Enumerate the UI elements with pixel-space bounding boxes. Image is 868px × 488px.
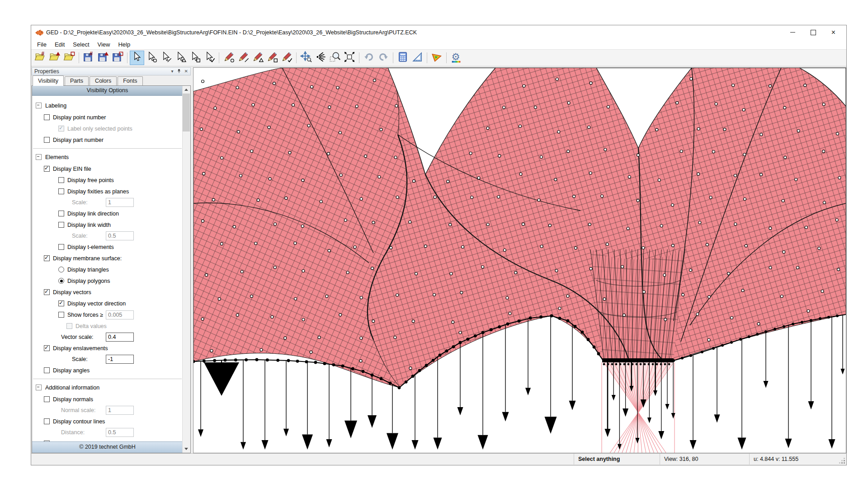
show-forces-checkbox[interactable] — [58, 312, 64, 318]
zoom-dynamic-tool[interactable] — [314, 51, 327, 65]
redo-icon — [377, 51, 389, 65]
measure-button[interactable] — [410, 51, 424, 65]
undo-icon — [363, 51, 375, 65]
pencil-check-icon — [281, 51, 292, 65]
draw-apply-tool[interactable] — [280, 51, 293, 65]
zoom-extents-tool[interactable] — [343, 51, 356, 65]
select-points-tool[interactable] — [145, 51, 158, 65]
display-free-points-label: Display free points — [67, 177, 114, 183]
properties-panel: Properties ▾ ✕ VisibilityPartsColorsFont… — [32, 67, 191, 453]
display-contour-lines-checkbox[interactable] — [44, 418, 50, 424]
zoom-window-tool[interactable] — [328, 51, 342, 65]
scale-input — [106, 231, 134, 240]
display-free-points-checkbox[interactable] — [58, 177, 64, 183]
display-fixities-as-planes-row: Display fixities as planes — [32, 186, 183, 197]
scrollbar-thumb[interactable] — [183, 94, 190, 131]
display-polygons-radio[interactable] — [58, 278, 64, 284]
vector-scale-label: Vector scale: — [61, 334, 94, 340]
minimize-button[interactable] — [783, 25, 803, 39]
display-ein-file-checkbox[interactable] — [44, 166, 50, 172]
collapse-toggle-icon[interactable] — [36, 385, 42, 390]
panel-pin-icon[interactable] — [177, 69, 181, 74]
draw-quads-tool[interactable] — [265, 51, 279, 65]
panel-close-icon[interactable]: ✕ — [184, 69, 188, 74]
viewport[interactable] — [193, 67, 846, 453]
draw-points-tool[interactable] — [222, 51, 236, 65]
select-triangles-tool[interactable] — [174, 51, 187, 65]
panel-tabs: VisibilityPartsColorsFonts — [32, 75, 191, 85]
pencil-circ-icon — [223, 51, 235, 65]
display-part-number-label: Display part number — [53, 137, 104, 143]
open-square-file[interactable] — [62, 51, 76, 65]
visibility-options-header: Visibility Options — [32, 86, 183, 96]
open-ein-file[interactable]: # — [33, 51, 47, 65]
panel-body: Visibility Options LabelingDisplay point… — [32, 85, 191, 453]
select-apply-tool[interactable] — [203, 51, 216, 65]
draw-lines-tool[interactable] — [236, 51, 250, 65]
display-triangles-radio[interactable] — [58, 267, 64, 272]
select-quads-tool[interactable] — [188, 51, 202, 65]
scale-input — [106, 198, 134, 207]
tab-colors[interactable]: Colors — [90, 76, 117, 85]
undo-button[interactable] — [362, 51, 376, 65]
settings-button[interactable]: ⚙ — [449, 51, 463, 65]
menu-select[interactable]: Select — [69, 40, 93, 49]
scrollbar-down-arrow[interactable] — [183, 445, 190, 453]
display-part-number-checkbox[interactable] — [44, 137, 50, 143]
panel-menu-chevron-icon[interactable]: ▾ — [171, 69, 174, 74]
select-lines-tool[interactable] — [159, 51, 173, 65]
display-fixities-as-planes-checkbox[interactable] — [58, 188, 64, 194]
menu-edit[interactable]: Edit — [51, 40, 69, 49]
display-checkbox[interactable] — [44, 441, 50, 441]
draw-triangles-tool[interactable] — [251, 51, 264, 65]
delta-values-checkbox — [66, 323, 72, 329]
maximize-button[interactable] — [803, 25, 823, 39]
toolbar-separator — [446, 52, 447, 63]
collapse-toggle-icon[interactable] — [36, 154, 42, 160]
scale-input[interactable] — [106, 355, 134, 364]
menu-file[interactable]: File — [33, 40, 51, 49]
open-triangle-file[interactable] — [48, 51, 61, 65]
display-vector-direction-label: Display vector direction — [67, 300, 126, 307]
membrane-scene[interactable] — [193, 68, 846, 453]
display-enslavements-checkbox[interactable] — [44, 345, 50, 351]
save-ein-file[interactable]: # — [82, 51, 95, 65]
properties-panel-header[interactable]: Properties ▾ ✕ — [32, 67, 191, 75]
menu-view[interactable]: View — [94, 40, 114, 49]
force-display-button[interactable] — [430, 51, 443, 65]
save-square-file[interactable] — [111, 51, 124, 65]
collapse-toggle-icon[interactable] — [36, 103, 42, 108]
display-normals-label: Display normals — [53, 396, 93, 403]
menu-help[interactable]: Help — [114, 40, 134, 49]
title-bar[interactable]: GED - D:\2_Projekte\Easy\2020\03_26_Webs… — [31, 25, 846, 39]
separator-row — [32, 145, 183, 151]
display-link-direction-checkbox[interactable] — [58, 211, 64, 216]
display-t-elements-checkbox[interactable] — [58, 244, 64, 250]
display-angles-checkbox[interactable] — [44, 367, 50, 373]
display-membrane-surface-checkbox[interactable] — [44, 255, 50, 261]
tab-visibility[interactable]: Visibility — [33, 75, 64, 86]
select-tool[interactable] — [130, 51, 144, 65]
pan-view-tool[interactable] — [299, 51, 313, 65]
scrollbar-up-arrow[interactable] — [183, 86, 190, 94]
tab-fonts[interactable]: Fonts — [118, 76, 142, 85]
display-vectors-checkbox[interactable] — [44, 289, 50, 295]
resize-grip[interactable] — [844, 462, 845, 464]
panel-scrollbar[interactable] — [182, 86, 190, 453]
display-point-number-checkbox[interactable] — [44, 114, 50, 120]
close-button[interactable]: × — [823, 25, 844, 39]
save-triangle-file[interactable] — [96, 51, 110, 65]
toolbar-separator — [393, 52, 393, 63]
elements-label: Elements — [45, 154, 69, 160]
redo-button[interactable] — [377, 51, 390, 65]
folder-tri-icon — [49, 51, 61, 65]
folder-hash-icon: # — [34, 51, 46, 65]
display-normals-checkbox[interactable] — [44, 396, 50, 402]
app-fish-icon — [35, 29, 44, 36]
calculator-button[interactable] — [396, 51, 410, 65]
display-link-width-checkbox[interactable] — [58, 222, 64, 228]
tab-parts[interactable]: Parts — [65, 76, 89, 85]
display-link-width-label: Display link width — [67, 222, 111, 228]
vector-scale-input[interactable] — [106, 333, 134, 342]
display-vector-direction-checkbox[interactable] — [58, 300, 64, 306]
